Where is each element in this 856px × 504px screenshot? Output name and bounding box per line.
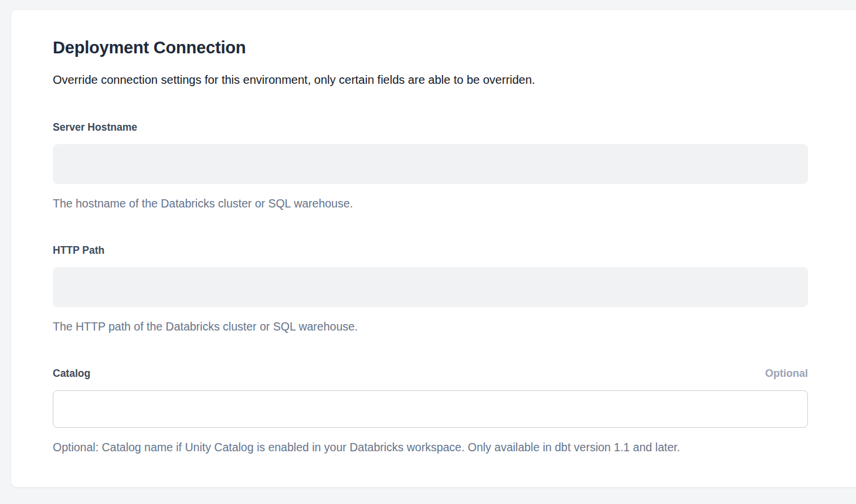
page-title: Deployment Connection [53, 38, 809, 57]
http-path-input [53, 267, 808, 307]
catalog-label: Catalog [53, 367, 90, 380]
optional-badge: Optional [765, 367, 808, 380]
page-subtitle: Override connection settings for this en… [53, 73, 809, 87]
field-group-catalog: Catalog Optional Optional: Catalog name … [53, 367, 808, 454]
label-row: HTTP Path [53, 244, 808, 257]
http-path-helper-text: The HTTP path of the Databricks cluster … [53, 320, 808, 333]
label-row: Server Hostname [53, 121, 808, 134]
label-row: Catalog Optional [53, 367, 808, 380]
http-path-label: HTTP Path [53, 244, 104, 257]
deployment-connection-card: Deployment Connection Override connectio… [11, 9, 856, 488]
server-hostname-input [53, 144, 808, 184]
card-content: Deployment Connection Override connectio… [11, 10, 809, 454]
field-group-http-path: HTTP Path The HTTP path of the Databrick… [53, 244, 808, 333]
server-hostname-label: Server Hostname [53, 121, 137, 134]
server-hostname-helper-text: The hostname of the Databricks cluster o… [53, 197, 808, 210]
catalog-input[interactable] [53, 390, 808, 428]
catalog-helper-text: Optional: Catalog name if Unity Catalog … [53, 441, 808, 454]
field-group-server-hostname: Server Hostname The hostname of the Data… [53, 121, 808, 210]
